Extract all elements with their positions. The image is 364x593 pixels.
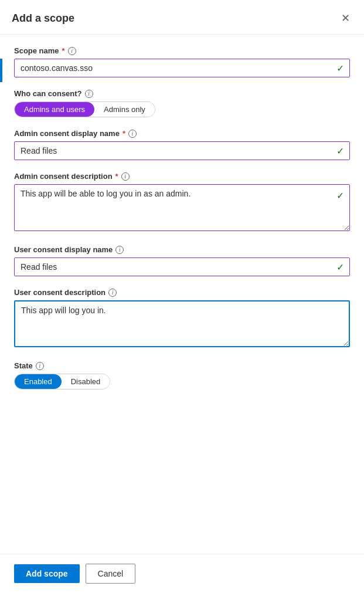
admin-consent-description-info-icon[interactable]: i — [121, 172, 130, 181]
user-consent-display-name-field: User consent display name i ✓ — [14, 245, 350, 276]
state-field: State i Enabled Disabled — [14, 361, 350, 389]
user-consent-display-name-label: User consent display name i — [14, 245, 350, 254]
sidebar-indicator — [0, 59, 2, 82]
admins-only-toggle[interactable]: Admins only — [94, 102, 155, 117]
admin-consent-description-input[interactable]: This app will be able to log you in as a… — [14, 184, 350, 231]
user-consent-description-wrapper: This app will log you in. — [14, 300, 350, 350]
admin-consent-description-check-icon: ✓ — [336, 190, 344, 201]
cancel-button[interactable]: Cancel — [86, 564, 136, 584]
who-can-consent-field: Who can consent? i Admins and users Admi… — [14, 89, 350, 117]
enabled-toggle[interactable]: Enabled — [15, 374, 62, 389]
user-consent-display-name-check-icon: ✓ — [336, 262, 344, 273]
add-scope-dialog: Add a scope ✕ Scope name * i ✓ Who can c… — [0, 0, 364, 593]
required-star-3: * — [115, 172, 118, 181]
user-consent-description-input[interactable]: This app will log you in. — [14, 300, 350, 347]
scope-name-info-icon[interactable]: i — [68, 47, 76, 55]
admin-consent-description-field: Admin consent description * i This app w… — [14, 172, 350, 233]
user-consent-display-name-wrapper: ✓ — [14, 257, 350, 276]
admin-consent-description-label: Admin consent description * i — [14, 172, 350, 181]
admin-consent-display-name-check-icon: ✓ — [336, 145, 344, 157]
admins-and-users-toggle[interactable]: Admins and users — [15, 102, 94, 117]
admin-consent-display-info-icon[interactable]: i — [128, 130, 137, 138]
state-label: State i — [14, 361, 350, 370]
who-can-consent-toggle-group: Admins and users Admins only — [14, 101, 155, 117]
admin-consent-display-name-field: Admin consent display name * i ✓ — [14, 129, 350, 160]
admin-consent-description-wrapper: This app will be able to log you in as a… — [14, 184, 350, 233]
close-icon: ✕ — [341, 12, 350, 25]
add-scope-button[interactable]: Add scope — [14, 564, 80, 583]
user-consent-display-info-icon[interactable]: i — [115, 246, 124, 254]
user-consent-display-name-input[interactable] — [14, 257, 350, 276]
user-consent-description-info-icon[interactable]: i — [108, 289, 117, 297]
disabled-toggle[interactable]: Disabled — [62, 374, 110, 389]
admin-consent-display-name-wrapper: ✓ — [14, 141, 350, 160]
scope-name-field: Scope name * i ✓ — [14, 46, 350, 77]
who-can-consent-info-icon[interactable]: i — [85, 90, 93, 98]
admin-consent-display-name-input[interactable] — [14, 141, 350, 160]
dialog-footer: Add scope Cancel — [0, 554, 364, 593]
required-star-2: * — [123, 129, 125, 138]
who-can-consent-label: Who can consent? i — [14, 89, 350, 98]
dialog-header: Add a scope ✕ — [0, 0, 364, 35]
scope-name-check-icon: ✓ — [336, 63, 344, 74]
state-info-icon[interactable]: i — [36, 362, 44, 370]
required-star: * — [62, 46, 65, 55]
scope-name-label: Scope name * i — [14, 46, 350, 55]
scope-name-input-wrapper: ✓ — [14, 59, 350, 77]
dialog-body: Scope name * i ✓ Who can consent? i Admi… — [0, 35, 364, 554]
close-button[interactable]: ✕ — [339, 9, 352, 27]
user-consent-description-label: User consent description i — [14, 288, 350, 297]
scope-name-input[interactable] — [14, 59, 350, 77]
dialog-title: Add a scope — [12, 12, 74, 25]
admin-consent-display-name-label: Admin consent display name * i — [14, 129, 350, 138]
user-consent-description-field: User consent description i This app will… — [14, 288, 350, 350]
state-toggle-group: Enabled Disabled — [14, 374, 110, 389]
